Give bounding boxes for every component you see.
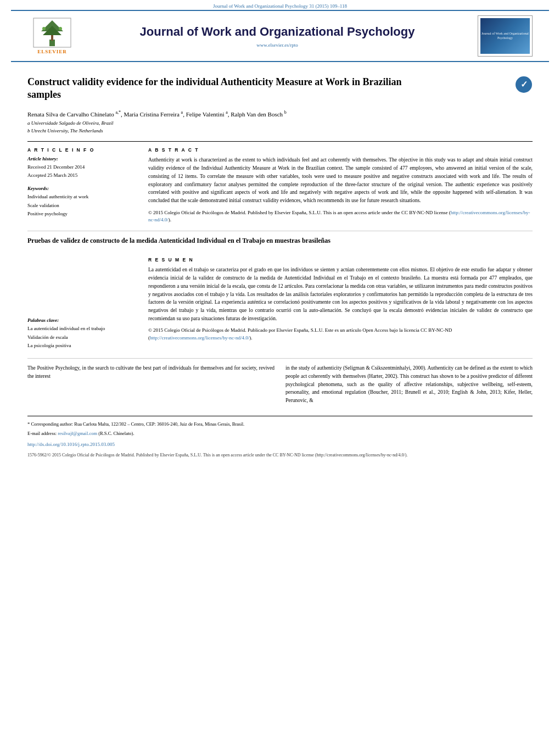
affiliation-a: a Universidade Salgado de Oliveira, Braz… — [27, 120, 533, 127]
footnotes: * Corresponding author: Rua Carlota Malt… — [27, 416, 533, 459]
authors-text: Renata Silva de Carvalho Chinelato a,*, … — [27, 111, 287, 118]
crossmark-icon: ✓ — [515, 76, 533, 93]
email-note: E-mail address: resilvajf@gmail.com (R.S… — [27, 430, 533, 437]
affiliation-b: b Utrecht University, The Netherlands — [27, 127, 533, 135]
corresponding-author-note: * Corresponding author: Rua Carlota Malt… — [27, 421, 533, 428]
resumen-copyright: © 2015 Colegio Oficial de Psicólogos de … — [148, 327, 533, 342]
svg-text:✓: ✓ — [520, 80, 528, 89]
footer-issn: 1576-5962/© 2015 Colegio Oficial de Psic… — [27, 452, 533, 459]
copyright-text: © 2015 Colegio Oficial de Psicólogos de … — [148, 210, 451, 215]
keyword-2: Scale validation — [27, 202, 137, 210]
palabras-clave-column: R E S U M E N Palabras clave: La autenti… — [27, 257, 137, 350]
resumen-license-link[interactable]: http://creativecommons.org/licenses/by-n… — [150, 335, 249, 341]
resumen-row: R E S U M E N Palabras clave: La autenti… — [27, 252, 533, 350]
journal-title-block: Journal of Work and Organizational Psych… — [88, 24, 467, 48]
journal-cover-image: Journal of Work and Organizational Psych… — [480, 18, 530, 54]
keywords-label: Keywords: — [27, 186, 137, 191]
doi-link[interactable]: http://dx.doi.org/10.1016/j.rpto.2015.03… — [27, 442, 115, 447]
journal-citation-bar: Journal of Work and Organizational Psych… — [0, 0, 560, 10]
corresponding-text: * Corresponding author: Rua Carlota Malt… — [27, 421, 244, 427]
email-link[interactable]: resilvajf@gmail.com — [58, 431, 97, 436]
article-info-column: A R T I C L E I N F O Article history: R… — [27, 147, 137, 224]
palabras-label: Palabras clave: — [27, 317, 137, 323]
spanish-section-title: Pruebas de validez de constructo de la m… — [27, 231, 533, 246]
abstract-text: Authenticity at work is characterized as… — [148, 156, 533, 204]
body-left-column: The Positive Psychology, in the search t… — [27, 364, 275, 405]
article-info-label: A R T I C L E I N F O — [27, 147, 137, 153]
svg-point-5 — [42, 27, 46, 30]
doi-line: http://dx.doi.org/10.1016/j.rpto.2015.03… — [27, 441, 533, 449]
affiliations: a Universidade Salgado de Oliveira, Braz… — [27, 120, 533, 135]
palabra-3: La psicología positiva — [27, 342, 137, 350]
main-content: Construct validity evidence for the indi… — [11, 62, 549, 465]
palabra-2: Validación de escala — [27, 333, 137, 342]
authors-line: Renata Silva de Carvalho Chinelato a,*, … — [27, 110, 533, 118]
abstract-column: A B S T R A C T Authenticity at work is … — [148, 147, 533, 224]
body-right-column: in the study of authenticity (Seligman &… — [285, 364, 533, 405]
accepted-date: Accepted 25 March 2015 — [27, 171, 137, 179]
body-right-text: in the study of authenticity (Seligman &… — [285, 364, 533, 405]
journal-header: ELSEVIER Journal of Work and Organizatio… — [11, 10, 549, 62]
page: Journal of Work and Organizational Psych… — [0, 0, 560, 742]
keyword-1: Individual authenticity at work — [27, 193, 137, 201]
article-title: Construct validity evidence for the indi… — [27, 76, 412, 102]
resumen-text: La autenticidad en el trabajo se caracte… — [148, 266, 533, 322]
journal-cover-box: Journal of Work and Organizational Psych… — [478, 15, 533, 57]
palabra-1: La autenticidad individual en el trabajo — [27, 325, 137, 333]
body-section: The Positive Psychology, in the search t… — [27, 358, 533, 405]
journal-citation-text: Journal of Work and Organizational Psych… — [213, 3, 347, 9]
email-label: E-mail address: — [27, 431, 57, 436]
journal-website: www.elsevier.es/rpto — [88, 42, 467, 48]
journal-name: Journal of Work and Organizational Psych… — [88, 24, 467, 40]
elsevier-tree-icon — [33, 18, 71, 48]
history-label: Article history: — [27, 156, 137, 161]
body-left-text: The Positive Psychology, in the search t… — [27, 364, 275, 380]
received-date: Received 21 December 2014 — [27, 163, 137, 171]
resumen-column: R E S U M E N La autenticidad en el trab… — [148, 257, 533, 350]
email-suffix: (R.S.C. Chinelato). — [98, 431, 134, 436]
abstract-copyright: © 2015 Colegio Oficial de Psicólogos de … — [148, 209, 533, 224]
elsevier-logo: ELSEVIER — [27, 18, 77, 54]
abstract-label: A B S T R A C T — [148, 147, 533, 153]
resumen-label: R E S U M E N — [148, 257, 533, 263]
svg-point-6 — [59, 27, 62, 30]
palabras-clave-spacer: Palabras clave: La autenticidad individu… — [27, 317, 137, 350]
elsevier-wordmark: ELSEVIER — [37, 49, 67, 54]
article-info-abstract-row: A R T I C L E I N F O Article history: R… — [27, 141, 533, 224]
title-row: Construct validity evidence for the indi… — [27, 68, 533, 106]
keyword-3: Positive psychology — [27, 210, 137, 218]
